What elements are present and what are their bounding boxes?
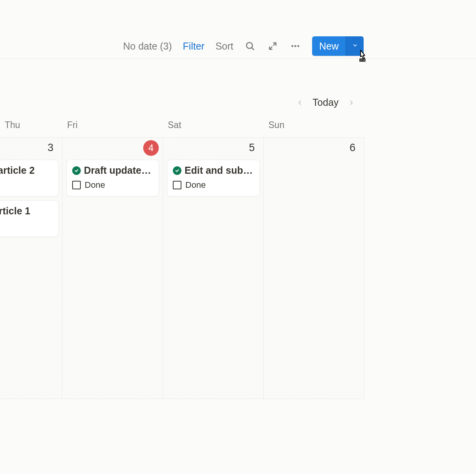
done-label: Done xyxy=(185,180,206,190)
day-header-thu: Thu xyxy=(0,120,62,130)
calendar-column-thu[interactable]: 3 Draft article 2 Done Edit article 1 xyxy=(0,138,62,399)
status-done-icon xyxy=(72,166,81,175)
svg-point-6 xyxy=(297,45,299,47)
day-number: 5 xyxy=(249,142,255,154)
day-header-sun: Sun xyxy=(264,120,364,130)
status-done-icon xyxy=(173,166,181,175)
svg-rect-7 xyxy=(360,59,361,61)
more-icon[interactable] xyxy=(290,40,301,52)
toolbar-divider xyxy=(0,58,476,59)
svg-point-4 xyxy=(291,45,293,47)
svg-rect-10 xyxy=(364,59,365,61)
card-title: Draft article 2 xyxy=(0,165,35,176)
calendar-card[interactable]: Draft update… Done xyxy=(66,160,159,196)
card-title: Edit and sub… xyxy=(185,165,253,176)
done-label: Done xyxy=(85,180,105,190)
calendar-column-sat[interactable]: 5 Edit and sub… Done xyxy=(163,138,264,399)
day-headers: Thu Fri Sat Sun xyxy=(0,120,364,130)
new-dropdown-button[interactable] xyxy=(346,36,364,56)
filter-button[interactable]: Filter xyxy=(183,41,205,52)
day-header-fri: Fri xyxy=(62,120,163,130)
calendar-card[interactable]: Draft article 2 Done xyxy=(0,160,59,196)
day-number: 3 xyxy=(48,142,53,154)
done-checkbox[interactable] xyxy=(173,181,181,189)
day-number-today: 4 xyxy=(143,140,159,156)
calendar-column-sun[interactable]: 6 xyxy=(264,138,364,399)
day-header-sat: Sat xyxy=(163,120,264,130)
svg-rect-9 xyxy=(362,59,364,61)
done-checkbox[interactable] xyxy=(72,181,81,189)
toolbar: No date (3) Filter Sort New xyxy=(0,34,476,58)
prev-period-button[interactable] xyxy=(295,97,305,108)
new-button[interactable]: New xyxy=(312,36,346,56)
new-button-group: New xyxy=(312,36,364,56)
card-title: Draft update… xyxy=(84,165,151,176)
card-title: Edit article 1 xyxy=(0,205,30,217)
calendar-grid: 3 Draft article 2 Done Edit article 1 xyxy=(0,137,364,399)
calendar-card[interactable]: Edit article 1 Done xyxy=(0,200,59,237)
no-date-filter[interactable]: No date (3) xyxy=(123,41,172,52)
day-number: 6 xyxy=(350,142,355,154)
next-period-button[interactable] xyxy=(346,97,357,108)
calendar-card[interactable]: Edit and sub… Done xyxy=(167,160,260,196)
chevron-down-icon xyxy=(352,42,358,50)
today-button[interactable]: Today xyxy=(313,97,339,108)
date-nav: Today xyxy=(295,97,357,108)
svg-rect-8 xyxy=(361,59,362,61)
calendar-column-fri[interactable]: 4 Draft update… Done xyxy=(62,138,163,399)
search-icon[interactable] xyxy=(244,40,256,52)
svg-line-1 xyxy=(252,48,254,50)
svg-point-5 xyxy=(294,45,296,47)
expand-icon[interactable] xyxy=(267,40,279,52)
sort-button[interactable]: Sort xyxy=(215,41,233,52)
